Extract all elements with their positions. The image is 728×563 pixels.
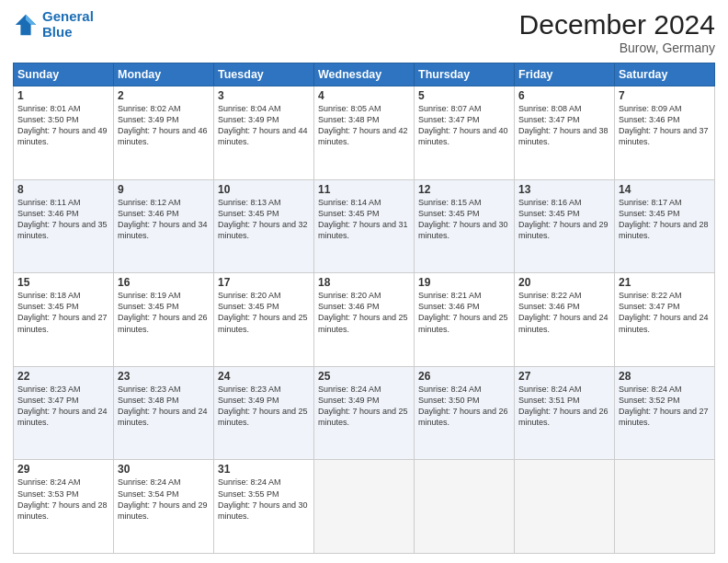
calendar-cell: 10Sunrise: 8:13 AMSunset: 3:45 PMDayligh… [214,179,314,273]
day-number: 14 [619,183,711,196]
day-info: Sunrise: 8:24 AMSunset: 3:52 PMDaylight:… [619,384,711,429]
day-number: 3 [218,89,310,102]
header: General Blue December 2024 Burow, German… [13,9,715,55]
day-number: 30 [118,463,210,476]
day-number: 16 [118,276,210,289]
day-number: 23 [118,370,210,383]
day-number: 26 [418,370,510,383]
calendar-cell: 9Sunrise: 8:12 AMSunset: 3:46 PMDaylight… [114,179,214,273]
day-number: 7 [619,89,711,102]
day-number: 17 [218,276,310,289]
calendar-cell: 25Sunrise: 8:24 AMSunset: 3:49 PMDayligh… [314,366,415,460]
day-info: Sunrise: 8:24 AMSunset: 3:50 PMDaylight:… [418,384,510,429]
day-number: 29 [17,463,109,476]
calendar-cell [415,460,515,554]
logo-line1: General [42,8,94,24]
calendar-week-2: 8Sunrise: 8:11 AMSunset: 3:46 PMDaylight… [14,179,715,273]
col-header-tuesday: Tuesday [214,63,314,86]
day-info: Sunrise: 8:24 AMSunset: 3:51 PMDaylight:… [518,384,610,429]
day-info: Sunrise: 8:20 AMSunset: 3:46 PMDaylight:… [318,290,410,335]
day-number: 11 [318,183,410,196]
col-header-saturday: Saturday [615,63,715,86]
day-info: Sunrise: 8:08 AMSunset: 3:47 PMDaylight:… [518,103,610,148]
day-info: Sunrise: 8:17 AMSunset: 3:45 PMDaylight:… [619,197,711,242]
calendar-cell: 2Sunrise: 8:02 AMSunset: 3:49 PMDaylight… [114,86,214,180]
day-info: Sunrise: 8:24 AMSunset: 3:53 PMDaylight:… [17,477,109,522]
day-number: 22 [17,370,109,383]
day-number: 8 [17,183,109,196]
calendar-table: SundayMondayTuesdayWednesdayThursdayFrid… [13,63,715,554]
day-info: Sunrise: 8:22 AMSunset: 3:47 PMDaylight:… [619,290,711,335]
day-info: Sunrise: 8:05 AMSunset: 3:48 PMDaylight:… [318,103,410,148]
day-number: 28 [619,370,711,383]
calendar-cell: 18Sunrise: 8:20 AMSunset: 3:46 PMDayligh… [314,273,415,367]
day-info: Sunrise: 8:23 AMSunset: 3:47 PMDaylight:… [17,384,109,429]
day-number: 15 [17,276,109,289]
calendar-cell: 11Sunrise: 8:14 AMSunset: 3:45 PMDayligh… [314,179,415,273]
day-info: Sunrise: 8:12 AMSunset: 3:46 PMDaylight:… [118,197,210,242]
day-number: 20 [518,276,610,289]
calendar-week-1: 1Sunrise: 8:01 AMSunset: 3:50 PMDaylight… [14,86,715,180]
day-info: Sunrise: 8:24 AMSunset: 3:55 PMDaylight:… [218,477,310,522]
calendar-cell: 7Sunrise: 8:09 AMSunset: 3:46 PMDaylight… [615,86,715,180]
day-info: Sunrise: 8:09 AMSunset: 3:46 PMDaylight:… [619,103,711,148]
calendar-cell: 4Sunrise: 8:05 AMSunset: 3:48 PMDaylight… [314,86,415,180]
calendar-cell: 28Sunrise: 8:24 AMSunset: 3:52 PMDayligh… [615,366,715,460]
calendar-week-3: 15Sunrise: 8:18 AMSunset: 3:45 PMDayligh… [14,273,715,367]
day-info: Sunrise: 8:19 AMSunset: 3:45 PMDaylight:… [118,290,210,335]
calendar-cell: 22Sunrise: 8:23 AMSunset: 3:47 PMDayligh… [14,366,114,460]
calendar-cell: 6Sunrise: 8:08 AMSunset: 3:47 PMDaylight… [515,86,615,180]
calendar-week-5: 29Sunrise: 8:24 AMSunset: 3:53 PMDayligh… [14,460,715,554]
calendar-cell: 13Sunrise: 8:16 AMSunset: 3:45 PMDayligh… [515,179,615,273]
day-number: 2 [118,89,210,102]
day-info: Sunrise: 8:23 AMSunset: 3:48 PMDaylight:… [118,384,210,429]
calendar-cell: 23Sunrise: 8:23 AMSunset: 3:48 PMDayligh… [114,366,214,460]
calendar-week-4: 22Sunrise: 8:23 AMSunset: 3:47 PMDayligh… [14,366,715,460]
calendar-cell: 26Sunrise: 8:24 AMSunset: 3:50 PMDayligh… [415,366,515,460]
page: General Blue December 2024 Burow, German… [0,0,728,563]
calendar-cell: 30Sunrise: 8:24 AMSunset: 3:54 PMDayligh… [114,460,214,554]
day-number: 13 [518,183,610,196]
calendar-cell: 31Sunrise: 8:24 AMSunset: 3:55 PMDayligh… [214,460,314,554]
title-block: December 2024 Burow, Germany [519,9,715,55]
calendar-cell [314,460,415,554]
calendar-cell: 14Sunrise: 8:17 AMSunset: 3:45 PMDayligh… [615,179,715,273]
calendar-cell [615,460,715,554]
day-number: 4 [318,89,410,102]
calendar-cell: 29Sunrise: 8:24 AMSunset: 3:53 PMDayligh… [14,460,114,554]
col-header-sunday: Sunday [14,63,114,86]
logo-text: General Blue [42,9,94,40]
calendar-cell: 1Sunrise: 8:01 AMSunset: 3:50 PMDaylight… [14,86,114,180]
day-info: Sunrise: 8:21 AMSunset: 3:46 PMDaylight:… [418,290,510,335]
day-number: 18 [318,276,410,289]
day-info: Sunrise: 8:24 AMSunset: 3:49 PMDaylight:… [318,384,410,429]
col-header-wednesday: Wednesday [314,63,415,86]
calendar-cell: 12Sunrise: 8:15 AMSunset: 3:45 PMDayligh… [415,179,515,273]
day-number: 31 [218,463,310,476]
day-info: Sunrise: 8:20 AMSunset: 3:45 PMDaylight:… [218,290,310,335]
calendar-header-row: SundayMondayTuesdayWednesdayThursdayFrid… [14,63,715,86]
day-number: 10 [218,183,310,196]
calendar-cell [515,460,615,554]
day-info: Sunrise: 8:07 AMSunset: 3:47 PMDaylight:… [418,103,510,148]
day-number: 12 [418,183,510,196]
calendar-cell: 27Sunrise: 8:24 AMSunset: 3:51 PMDayligh… [515,366,615,460]
calendar-cell: 24Sunrise: 8:23 AMSunset: 3:49 PMDayligh… [214,366,314,460]
day-number: 21 [619,276,711,289]
logo-icon [13,12,39,38]
day-info: Sunrise: 8:04 AMSunset: 3:49 PMDaylight:… [218,103,310,148]
day-info: Sunrise: 8:01 AMSunset: 3:50 PMDaylight:… [17,103,109,148]
day-info: Sunrise: 8:16 AMSunset: 3:45 PMDaylight:… [518,197,610,242]
day-info: Sunrise: 8:18 AMSunset: 3:45 PMDaylight:… [17,290,109,335]
day-number: 5 [418,89,510,102]
day-number: 19 [418,276,510,289]
day-info: Sunrise: 8:22 AMSunset: 3:46 PMDaylight:… [518,290,610,335]
day-number: 9 [118,183,210,196]
day-info: Sunrise: 8:15 AMSunset: 3:45 PMDaylight:… [418,197,510,242]
calendar-cell: 20Sunrise: 8:22 AMSunset: 3:46 PMDayligh… [515,273,615,367]
col-header-thursday: Thursday [415,63,515,86]
day-number: 6 [518,89,610,102]
day-number: 25 [318,370,410,383]
day-info: Sunrise: 8:14 AMSunset: 3:45 PMDaylight:… [318,197,410,242]
location: Burow, Germany [519,40,715,55]
